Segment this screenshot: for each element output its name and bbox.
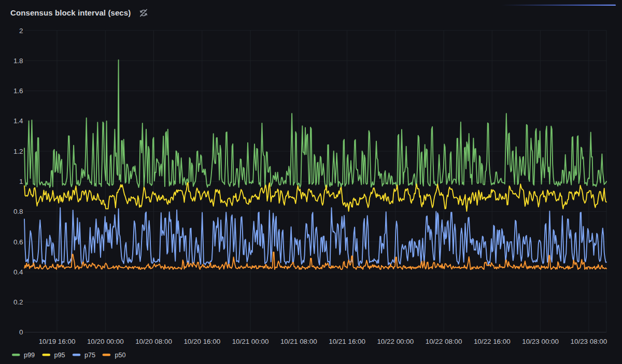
svg-text:Consensus block interval (secs: Consensus block interval (secs) (10, 8, 131, 17)
svg-text:1.6: 1.6 (13, 87, 23, 95)
svg-text:1.4: 1.4 (13, 117, 23, 125)
svg-text:0: 0 (19, 328, 23, 336)
svg-text:10/21 16:00: 10/21 16:00 (329, 338, 365, 345)
svg-text:10/20 16:00: 10/20 16:00 (183, 338, 220, 345)
svg-text:p99: p99 (24, 352, 35, 359)
svg-text:10/20 00:00: 10/20 00:00 (87, 338, 124, 345)
svg-text:10/22 00:00: 10/22 00:00 (377, 338, 414, 345)
svg-text:1.8: 1.8 (13, 57, 23, 65)
svg-text:10/22 08:00: 10/22 08:00 (426, 338, 462, 345)
svg-text:0.4: 0.4 (13, 268, 23, 276)
svg-text:10/20 08:00: 10/20 08:00 (135, 338, 172, 345)
svg-text:0.2: 0.2 (13, 298, 23, 306)
svg-text:p75: p75 (84, 352, 95, 359)
svg-text:p95: p95 (54, 352, 65, 359)
svg-text:1.2: 1.2 (13, 148, 23, 155)
svg-text:10/23 00:00: 10/23 00:00 (522, 338, 559, 345)
svg-text:10/21 08:00: 10/21 08:00 (280, 338, 317, 345)
svg-text:p50: p50 (115, 352, 126, 359)
svg-text:10/21 00:00: 10/21 00:00 (232, 338, 269, 345)
svg-text:0.8: 0.8 (13, 208, 23, 215)
svg-text:10/23 08:00: 10/23 08:00 (571, 338, 607, 345)
svg-text:0.6: 0.6 (13, 238, 23, 246)
svg-text:10/22 16:00: 10/22 16:00 (474, 338, 511, 345)
svg-text:10/19 16:00: 10/19 16:00 (39, 338, 76, 345)
svg-text:1: 1 (19, 178, 23, 185)
svg-text:2: 2 (19, 27, 23, 35)
